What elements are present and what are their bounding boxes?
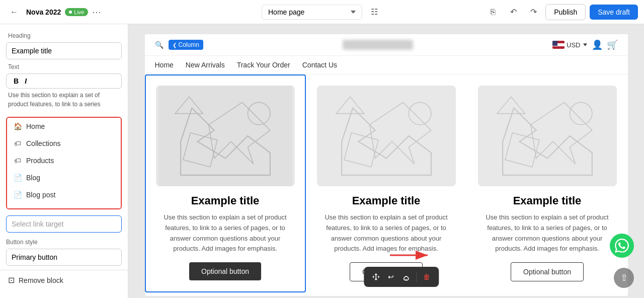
link-item-collections-label: Collections	[26, 139, 60, 147]
col-image-2	[317, 86, 456, 186]
topbar: ← Nova 2022 Live ⋯ Home page ☷ ⎘ ↶ ↷ Pub…	[0, 0, 644, 24]
link-item-blog-post-label: Blog post	[26, 191, 55, 199]
col-desc-2: Use this section to explain a set of pro…	[317, 212, 456, 254]
back-button[interactable]: ←	[6, 4, 22, 20]
scroll-top-button[interactable]: ⇧	[614, 268, 634, 288]
currency-selector[interactable]: USD	[552, 41, 587, 49]
floating-toolbar: ↩ 🗑	[364, 267, 439, 287]
featured-col-3[interactable]: Example title Use this section to explai…	[467, 74, 628, 292]
link-item-collections[interactable]: 🏷 Collections	[7, 135, 121, 152]
redo-button[interactable]: ↷	[525, 4, 541, 20]
text-label: Text	[6, 63, 122, 70]
nav-contact-us[interactable]: Contact Us	[302, 61, 337, 69]
nav-track-order[interactable]: Track Your Order	[237, 61, 290, 69]
collections-icon: 🏷	[13, 139, 22, 148]
heading-label: Heading	[6, 32, 122, 39]
svg-rect-6	[319, 86, 453, 186]
italic-button[interactable]: I	[23, 77, 29, 85]
svg-rect-12	[480, 86, 614, 186]
page-icon: 📋	[13, 207, 22, 209]
account-icon[interactable]: 👤	[592, 39, 603, 50]
blog-post-icon: 📄	[13, 190, 22, 199]
col-placeholder-svg-3	[478, 86, 617, 186]
canvas-inner: 🔍 ❮ Column	[145, 34, 628, 296]
link-target-select[interactable]: Select link target	[6, 215, 122, 233]
link-item-blog-post[interactable]: 📄 Blog post	[7, 186, 121, 203]
header-right: USD 👤 🛒	[552, 39, 617, 50]
featured-col-2[interactable]: Example title Use this section to explai…	[306, 74, 467, 292]
link-item-home[interactable]: 🏠 Home	[7, 118, 121, 135]
float-undo-button[interactable]: ↩	[384, 270, 398, 284]
live-badge: Live	[65, 8, 88, 16]
float-divider	[416, 272, 417, 282]
chevron-down-icon	[351, 11, 356, 14]
flag-icon	[552, 41, 565, 49]
col-btn-1[interactable]: Optional button	[189, 262, 261, 280]
page-selector[interactable]: Home page	[262, 5, 362, 20]
home-icon: 🏠	[13, 122, 22, 131]
button-style-select[interactable]: Primary button Secondary button Outline …	[6, 249, 122, 266]
column-indicator[interactable]: ❮ Column	[169, 40, 203, 50]
cart-icon[interactable]: 🛒	[607, 39, 618, 50]
site-name: Nova 2022	[26, 8, 61, 16]
topbar-center: Home page ☷	[262, 4, 382, 20]
whatsapp-icon	[615, 239, 629, 253]
preview-search-icon[interactable]: 🔍	[155, 41, 164, 49]
bold-button[interactable]: B	[12, 77, 21, 85]
logo-blur	[343, 40, 413, 50]
button-style-label: Button style	[6, 239, 122, 246]
link-item-products[interactable]: 🏷 Products	[7, 152, 121, 169]
nav-new-arrivals[interactable]: New Arrivals	[186, 61, 225, 69]
flag-blue-area	[552, 41, 557, 46]
undo-button[interactable]: ↶	[505, 4, 521, 20]
more-options-button[interactable]: ⋯	[92, 7, 101, 18]
col-btn-3[interactable]: Optional button	[511, 262, 584, 281]
featured-col-1[interactable]: Example title Use this section to explai…	[145, 74, 306, 292]
canvas-wrapper: 🔍 ❮ Column	[128, 24, 644, 298]
featured-columns: Example title Use this section to explai…	[145, 74, 628, 292]
remove-icon: ⊡	[8, 275, 15, 285]
link-item-page-label: Page	[26, 208, 43, 209]
heading-input[interactable]	[6, 42, 122, 59]
link-item-page[interactable]: 📋 Page	[7, 203, 121, 209]
topbar-right: ⎘ ↶ ↷ Publish Save draft	[485, 4, 638, 20]
link-item-products-label: Products	[26, 157, 54, 165]
link-item-home-label: Home	[26, 122, 45, 130]
col-desc-3: Use this section to explain a set of pro…	[478, 212, 617, 254]
preview-header: 🔍 ❮ Column	[145, 34, 628, 56]
col-arrow-icon: ❮	[173, 42, 177, 48]
save-draft-button[interactable]: Save draft	[590, 5, 638, 20]
remove-block-label: Remove block	[19, 276, 63, 284]
live-dot	[69, 11, 72, 14]
whatsapp-button[interactable]	[610, 234, 634, 258]
grid-icon-button[interactable]: ☷	[366, 4, 382, 20]
float-move-button[interactable]	[369, 270, 383, 284]
scroll-top-icon: ⇧	[620, 272, 628, 283]
canvas: 🔍 ❮ Column	[128, 24, 644, 298]
col-title-3: Example title	[513, 194, 582, 207]
text-toolbar: B I	[6, 73, 122, 89]
publish-button[interactable]: Publish	[545, 4, 586, 20]
currency-text: USD	[567, 41, 580, 49]
button-style-row: Button style Primary button Secondary bu…	[0, 235, 128, 270]
col-image-3	[478, 86, 617, 186]
col-title-2: Example title	[352, 194, 421, 207]
float-link-button[interactable]	[399, 270, 413, 284]
col-title-1: Example title	[191, 194, 260, 207]
text-section: Text B I Use this section to explain a s…	[0, 63, 128, 117]
page-selector-text: Home page	[268, 8, 348, 16]
col-desc-1: Use this section to explain a set of pro…	[156, 212, 295, 254]
col-placeholder-svg-1	[156, 86, 295, 186]
nav-home[interactable]: Home	[155, 61, 174, 69]
products-icon: 🏷	[13, 156, 22, 165]
topbar-left: ← Nova 2022 Live ⋯	[6, 4, 480, 20]
float-delete-button[interactable]: 🗑	[420, 270, 434, 284]
remove-block-button[interactable]: ⊡ Remove block	[0, 270, 128, 290]
link-dropdown: 🏠 Home 🏷 Collections 🏷 Products 📄 Blog 📄…	[6, 117, 122, 209]
link-target-row: Select link target	[0, 213, 128, 235]
link-item-blog[interactable]: 📄 Blog	[7, 169, 121, 186]
main-layout: Heading Text B I Use this section to exp…	[0, 24, 644, 298]
svg-rect-0	[158, 86, 292, 186]
desktop-icon-button[interactable]: ⎘	[485, 4, 501, 20]
col-placeholder-svg-2	[317, 86, 456, 186]
